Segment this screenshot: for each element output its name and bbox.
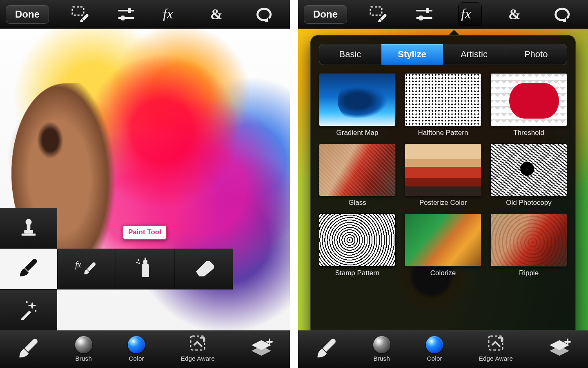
svg-text:fx: fx — [163, 7, 173, 21]
layers-button[interactable] — [547, 338, 572, 361]
brush-spray[interactable] — [116, 249, 174, 289]
magic-wand-icon — [18, 298, 39, 321]
svg-marker-39 — [550, 346, 569, 356]
done-button[interactable]: Done — [6, 5, 49, 24]
color-orb-icon — [426, 336, 443, 353]
tool-dock — [0, 208, 57, 330]
fx-colorize[interactable]: Colorize — [405, 213, 481, 277]
top-selection-brush[interactable] — [69, 3, 92, 26]
top-undo[interactable] — [252, 3, 274, 26]
undo-icon — [552, 7, 570, 22]
fx-gradient-map[interactable]: Gradient Map — [319, 73, 396, 137]
fx-halftone-pattern[interactable]: Halftone Pattern — [405, 73, 481, 137]
bottom-edge-aware[interactable]: Edge Aware — [181, 334, 215, 362]
eraser-icon — [192, 259, 216, 279]
label-glass: Glass — [348, 199, 366, 207]
label-threshold: Threshold — [513, 129, 544, 137]
fx-brush-icon: fx — [74, 258, 99, 280]
spray-can-icon — [135, 257, 155, 281]
top-adjustments[interactable] — [413, 3, 436, 26]
thumb-posterize — [405, 144, 481, 197]
svg-rect-33 — [419, 16, 423, 20]
screenshot-right: Done fx — [298, 0, 588, 368]
color-orb-icon — [128, 336, 145, 353]
thumb-stamp — [319, 213, 396, 267]
thumb-halftone — [405, 73, 481, 126]
thumb-photocopy — [490, 144, 567, 197]
svg-rect-12 — [145, 258, 146, 260]
top-ampersand[interactable]: & — [206, 3, 229, 26]
svg-point-13 — [138, 259, 139, 261]
tab-photo[interactable]: Photo — [505, 44, 567, 65]
stamp-icon — [18, 217, 39, 240]
top-fx[interactable]: fx — [160, 3, 183, 26]
svg-point-6 — [35, 310, 36, 312]
brush-orb-icon — [373, 336, 390, 353]
fx-posterize-color[interactable]: Posterize Color — [405, 144, 481, 207]
bottom-brush[interactable]: Brush — [373, 336, 390, 362]
label-gradient-map: Gradient Map — [336, 129, 379, 137]
tool-stamp[interactable] — [0, 208, 57, 249]
brush-tool-icon[interactable] — [16, 337, 41, 363]
fx-stamp-pattern[interactable]: Stamp Pattern — [319, 213, 396, 277]
top-adjustments[interactable] — [115, 3, 138, 26]
svg-rect-31 — [416, 17, 432, 19]
bottom-color[interactable]: Color — [426, 336, 443, 362]
fx-threshold[interactable]: Threshold — [490, 73, 567, 137]
thumb-glass — [319, 144, 396, 197]
top-toolbar: Done fx — [298, 0, 588, 29]
fx-ripple[interactable]: Ripple — [490, 213, 567, 277]
svg-marker-26 — [252, 346, 271, 356]
svg-rect-18 — [118, 17, 134, 19]
canvas-area[interactable]: Paint Tool — [0, 29, 290, 330]
svg-rect-20 — [121, 16, 125, 20]
bottom-edge-aware[interactable]: Edge Aware — [479, 334, 513, 362]
bottom-brush[interactable]: Brush — [75, 336, 92, 362]
svg-rect-10 — [142, 264, 149, 277]
svg-point-15 — [138, 263, 140, 264]
top-fx[interactable]: fx — [459, 3, 481, 26]
thumb-colorize — [405, 213, 481, 267]
thumb-threshold — [490, 73, 567, 126]
brush-tool-icon[interactable] — [314, 337, 339, 363]
sliders-icon — [415, 7, 433, 21]
top-selection-brush[interactable] — [368, 3, 390, 26]
svg-rect-29 — [370, 7, 382, 15]
svg-marker-5 — [28, 301, 37, 310]
fx-icon: fx — [461, 7, 479, 22]
top-ampersand[interactable]: & — [504, 3, 527, 26]
fx-category-tabs: Basic Stylize Artistic Photo — [319, 44, 567, 65]
thumb-ripple — [490, 213, 567, 267]
brush-flyout: fx — [57, 249, 233, 289]
svg-point-3 — [25, 219, 31, 225]
tool-magic-wand[interactable] — [0, 289, 57, 330]
brush-eraser[interactable] — [174, 249, 233, 289]
ampersand-icon: & — [209, 6, 226, 22]
svg-rect-4 — [20, 310, 31, 320]
brush-icon — [17, 257, 40, 281]
bottom-toolbar: Brush Color Edge Aware — [298, 330, 588, 368]
tab-basic[interactable]: Basic — [319, 44, 381, 65]
color-label: Color — [427, 355, 442, 362]
sliders-icon — [117, 7, 135, 21]
layers-button[interactable] — [249, 338, 274, 361]
label-halftone: Halftone Pattern — [418, 129, 468, 137]
label-ripple: Ripple — [519, 269, 539, 277]
bottom-toolbar: Brush Color Edge Aware — [0, 330, 290, 368]
thumb-gradient-map — [319, 73, 396, 126]
fx-grid: Gradient Map Halftone Pattern Threshold … — [319, 73, 567, 277]
svg-rect-16 — [72, 7, 84, 15]
brush-fx[interactable]: fx — [57, 249, 116, 289]
svg-rect-17 — [118, 10, 134, 11]
tab-artistic[interactable]: Artistic — [443, 44, 505, 65]
fx-old-photocopy[interactable]: Old Photocopy — [490, 144, 567, 207]
tab-stylize[interactable]: Stylize — [381, 44, 443, 65]
fx-glass[interactable]: Glass — [319, 144, 396, 207]
label-posterize: Posterize Color — [419, 199, 467, 207]
top-undo[interactable] — [550, 3, 572, 26]
bottom-color[interactable]: Color — [128, 336, 145, 362]
tool-brush[interactable] — [0, 249, 57, 289]
svg-rect-19 — [128, 8, 131, 13]
done-button[interactable]: Done — [304, 5, 347, 24]
edge-aware-label: Edge Aware — [181, 355, 215, 362]
